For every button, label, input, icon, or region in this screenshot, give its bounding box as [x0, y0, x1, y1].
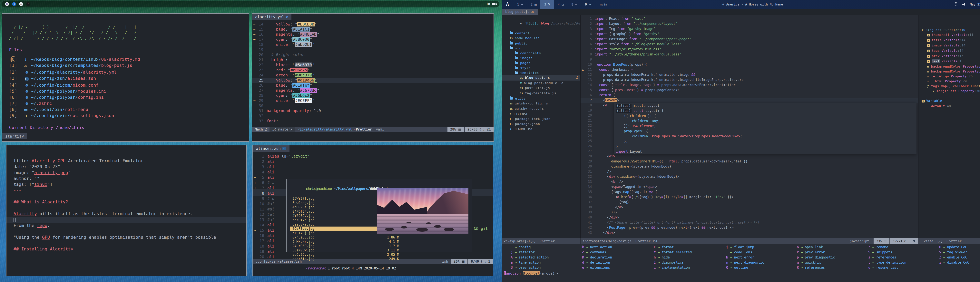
markdown-line[interactable]	[14, 205, 247, 211]
markdown-window[interactable]: ---title: Alacritty GPU Accelerated Term…	[6, 145, 247, 276]
yml-line[interactable]: 26 blue: "#61afef"	[252, 83, 493, 88]
vista-symbol[interactable]: xtitle Variable:14	[918, 38, 980, 43]
code-line[interactable]: 16 return (	[581, 92, 918, 97]
whichkey-binding[interactable]: b→next action	[579, 245, 612, 250]
picker-file-row[interactable]: 24LrDFQ.jpg1.7 M	[290, 244, 402, 248]
markdown-line[interactable]: "Using the GPU for rendering enables opt…	[14, 234, 247, 240]
vista-symbol[interactable]: ⚒ textAlign Property:25	[918, 74, 980, 79]
vista-symbol[interactable]: ⚒ backgroundColor Property:	[918, 64, 980, 69]
vista-symbol[interactable]	[918, 94, 980, 99]
markdown-line[interactable]: image: "alacritty.png"	[14, 170, 247, 175]
system-tray[interactable]: ᗡ ᛒ ▭ ◠	[5, 2, 30, 6]
alacritty-yml-window[interactable]: alacritty.yml⚙ ~14 yellow: "#EBCB8B"~15 …	[252, 13, 494, 142]
workspace-vim[interactable]: 3 V	[540, 0, 554, 9]
code-line[interactable]: 31 />	[581, 169, 918, 174]
startify-entry[interactable]: [8] ☰~/.local/bin/rofi-menu	[9, 107, 249, 113]
workspace-book[interactable]: 2 ▤	[527, 0, 540, 9]
discord-icon[interactable]: ᗡ	[5, 2, 9, 6]
startify-entry[interactable]: [2] ⚙~/.config/alacritty/alacritty.yml	[9, 69, 249, 75]
whichkey-binding[interactable]: .→config	[508, 245, 549, 250]
workspace-globe[interactable]: 1 ⊕	[513, 0, 527, 9]
code-line[interactable]: i11 const thumbnail =	[581, 67, 918, 72]
code-line[interactable]: 2import Layout from "../components/layou…	[581, 21, 918, 26]
yml-line[interactable]: 28 cyan: "#56b6c2"	[252, 93, 493, 98]
picker-file-row[interactable]: 07nEzQ3.jpg1.86 M	[290, 235, 402, 239]
code-line[interactable]: 9	[581, 57, 918, 62]
code-line[interactable]: 42 <PostPager prev={prev && prev.node} n…	[581, 225, 918, 230]
explorer-item-tag-template.js[interactable]: JStag-template.js	[502, 91, 580, 96]
whichkey-binding[interactable]: q→quickfix	[794, 260, 835, 265]
explorer-item-package.json[interactable]: {}package.json	[502, 121, 580, 127]
picker-file-row[interactable]: aghr5Ip.jpg249 K	[290, 257, 402, 261]
vista-symbol[interactable]: default:48	[918, 104, 980, 108]
whichkey-binding[interactable]: A→selected action	[508, 255, 549, 260]
markdown-line[interactable]: ## Installing Alacritty	[14, 246, 247, 252]
yml-line[interactable]: 30	[252, 103, 493, 108]
code-line[interactable]: 17 <Layout>	[581, 97, 918, 103]
yml-line[interactable]: 27 magenta: "#c678dd"	[252, 88, 493, 93]
yml-line[interactable]: ~16 magenta: "#B48EAD"	[252, 32, 493, 37]
yml-line[interactable]: 19	[252, 47, 493, 52]
code-line[interactable]: 38 </a>	[581, 205, 918, 210]
markdown-line[interactable]	[6, 217, 247, 223]
whichkey-binding[interactable]: f→format selected	[651, 250, 692, 255]
yml-line[interactable]: 23 red: "#e06c75"	[252, 67, 493, 73]
explorer-item-utils[interactable]: utils	[502, 96, 580, 101]
whichkey-binding[interactable]: e→extensions	[579, 265, 612, 270]
vista-symbol[interactable]: xVariable	[918, 99, 980, 104]
code-line[interactable]: 36 <a href={`/${tag}`} key={i} style={{ …	[581, 194, 918, 199]
whichkey-binding[interactable]: a→line action	[508, 260, 549, 265]
markdown-line[interactable]	[14, 240, 247, 246]
arch-logo-icon[interactable]: Λ	[502, 2, 513, 7]
code-line[interactable]: 40 </div>	[581, 215, 918, 220]
fzf-file-picker[interactable]: chris@machine ~/Pics/wallpapers/6QbF0pb.…	[286, 179, 473, 252]
zsh-line[interactable]: 2ali	[253, 159, 493, 164]
explorer-item-components[interactable]: components	[502, 51, 580, 56]
markdown-line[interactable]: From the repo:	[14, 223, 247, 228]
markdown-line[interactable]: tags: ["linux"]	[14, 182, 247, 187]
explorer-root[interactable]: ▼ [FILE]: blog /home/chris/Rep	[502, 15, 580, 31]
vista-symbol[interactable]: ⚒ __html Property:29	[918, 79, 980, 84]
explorer-item-LICENSE[interactable]: §LICENSE	[502, 112, 580, 116]
zsh-line[interactable]: 1alias lg='lazygit'	[253, 154, 493, 159]
tab-blog-post[interactable]: blog-post.jsJS	[502, 9, 538, 15]
yml-line[interactable]: 20 # Bright colors	[252, 52, 493, 57]
vista-symbol[interactable]: xtags Variable:14	[918, 48, 980, 54]
wifi-icon[interactable]	[954, 3, 958, 6]
explorer-item-public[interactable]: public	[502, 41, 580, 46]
startify-window[interactable]: _ __ _ __ ___ __ ___ / |/ / _ __(_)_ _ /…	[2, 13, 249, 142]
code-line[interactable]: 34 <span>Tagged in </span>	[581, 184, 918, 189]
whichkey-binding[interactable]: U→update CoC	[936, 245, 969, 250]
code-line[interactable]: 13 props.data.markdownRemark.frontmatter…	[581, 77, 918, 82]
startify-entry[interactable]: [9] {}~/.config/nvim/coc-settings.json	[9, 113, 249, 119]
startify-entry[interactable]: [7] ⚙~/.zshrc	[9, 100, 249, 107]
explorer-item-gatsby-node.js[interactable]: JSgatsby-node.js	[502, 106, 580, 112]
code-line[interactable]: 35 {tags.map((tag, i) => (	[581, 189, 918, 194]
picker-file-row[interactable]: 30iNVBw.jpg3.11 M	[290, 248, 402, 252]
vista-symbol[interactable]: xnext Variable:15	[918, 59, 980, 64]
markdown-buffer[interactable]: ---title: Alacritty GPU Accelerated Term…	[6, 152, 247, 252]
startify-entry[interactable]: [6] ⚙~/.config/polybar/config.ini	[9, 94, 249, 100]
explorer-item-package-lock.json[interactable]: {}package-lock.json	[502, 116, 580, 121]
whichkey-binding[interactable]: c→commands	[579, 250, 612, 255]
whichkey-binding[interactable]: h→hide	[651, 255, 692, 260]
explorer-item-README.md[interactable]: ↓README.md	[502, 127, 580, 132]
whichkey-binding[interactable]: v→tag viewer	[936, 250, 969, 255]
whichkey-binding[interactable]: t→type definition	[865, 260, 906, 265]
whichkey-binding[interactable]: O→outline	[723, 265, 764, 270]
vista-symbol[interactable]: ƒ BlogPost Function:10	[918, 27, 980, 32]
workspace-spotify[interactable]: 9 ⊜	[581, 0, 595, 9]
markdown-line[interactable]: date: "2020-05-23"	[14, 164, 247, 170]
whichkey-binding[interactable]: D→declaration	[579, 255, 612, 260]
volume-icon[interactable]	[963, 3, 966, 6]
code-line[interactable]: 41 {/* <Share title={title} url={url} pa…	[581, 220, 918, 225]
code-line[interactable]: 15 const { prev, next } = props.pageCont…	[581, 88, 918, 92]
explorer-item-src[interactable]: src	[502, 46, 580, 51]
explorer-item-pages[interactable]: pages	[502, 61, 580, 65]
code-line[interactable]: 33 <br />	[581, 179, 918, 184]
code-line[interactable]: 5import PostPager from "../components/po…	[581, 37, 918, 41]
yml-line[interactable]: 33font:	[252, 118, 493, 123]
startify-entry[interactable]: [4] ⚙~/.config/picom/picom.conf	[9, 82, 249, 88]
vista-symbol[interactable]: ⚒ backgroundColor Property:	[918, 69, 980, 74]
code-line[interactable]: 10function BlogPost(props) {	[581, 62, 918, 67]
